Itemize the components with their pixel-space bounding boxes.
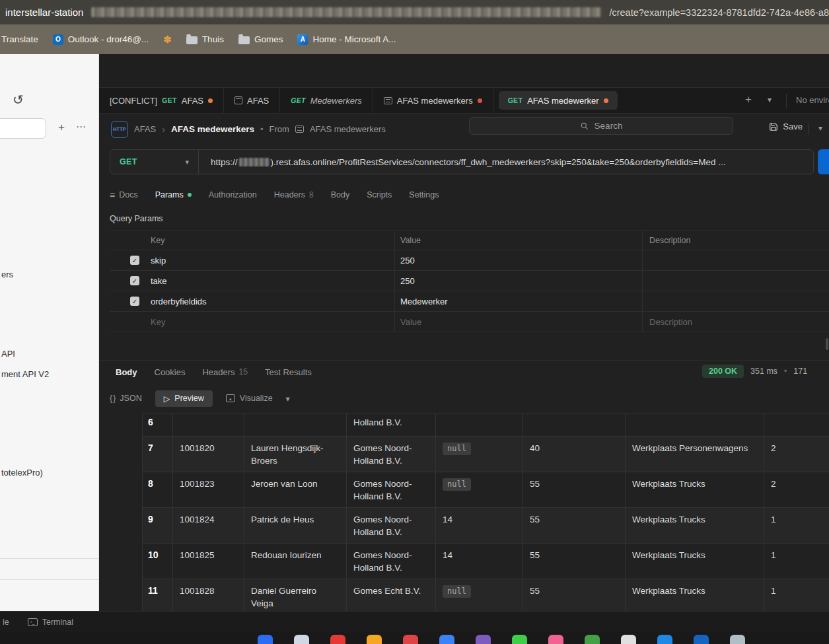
- bookmark-translate[interactable]: Translate: [1, 34, 38, 44]
- param-checkbox[interactable]: ✓: [130, 297, 139, 306]
- add-icon[interactable]: +: [58, 121, 65, 134]
- dock-app-icon[interactable]: [403, 635, 418, 644]
- tab-params[interactable]: Params: [155, 190, 192, 199]
- method-dropdown[interactable]: GET ▾: [110, 150, 199, 174]
- param-checkbox[interactable]: ✓: [130, 276, 139, 285]
- address-bar-url-tail[interactable]: /create?example=3322324-8781dfd2-742a-4e…: [609, 7, 829, 18]
- request-title[interactable]: AFAS medewerkers: [171, 124, 254, 134]
- breadcrumb-collection[interactable]: AFAS: [134, 124, 156, 134]
- dock-app-icon[interactable]: [512, 635, 527, 644]
- terminal-button[interactable]: ›_ Terminal: [28, 618, 73, 627]
- save-button[interactable]: Save: [769, 122, 803, 131]
- bookmark-outlook[interactable]: O Outlook - dror46@...: [53, 34, 149, 45]
- folder-icon: [186, 36, 198, 44]
- new-tab-button[interactable]: +: [745, 93, 752, 106]
- bookmark-flower[interactable]: ✽: [163, 34, 172, 46]
- dock: [0, 632, 829, 644]
- view-json-button[interactable]: { } JSON: [110, 394, 142, 403]
- response-tab-test-results[interactable]: Test Results: [265, 367, 312, 377]
- from-source[interactable]: AFAS medewerkers: [310, 124, 386, 134]
- param-description-cell[interactable]: Description: [642, 312, 829, 332]
- tab-medewerkers-preview[interactable]: GET Medewerkers: [280, 88, 373, 113]
- dock-app-icon[interactable]: [367, 635, 382, 644]
- response-tab-body[interactable]: Body: [116, 367, 137, 377]
- response-preview-table[interactable]: 6 Holland B.V. 7 1001820 Lauren Hengsdij…: [142, 413, 829, 611]
- bookmark-home-microsoft[interactable]: A Home - Microsoft A...: [297, 34, 396, 45]
- tab-settings[interactable]: Settings: [409, 190, 439, 199]
- param-description-cell[interactable]: [642, 271, 829, 291]
- param-key-cell[interactable]: ✓ take: [110, 271, 394, 291]
- sidebar-item-partial[interactable]: ment API V2: [1, 369, 49, 379]
- param-description-cell[interactable]: [642, 291, 829, 311]
- dock-app-icon[interactable]: [548, 635, 563, 644]
- history-icon[interactable]: ↺: [13, 92, 24, 108]
- param-key-cell[interactable]: ✓ orderbyfieldids: [110, 291, 394, 311]
- dock-app-icon[interactable]: [258, 635, 273, 644]
- tab-label: AFAS: [182, 96, 203, 106]
- json-braces-icon: { }: [110, 394, 115, 403]
- tab-label: Headers: [202, 367, 234, 377]
- dock-app-icon[interactable]: [476, 635, 491, 644]
- separator-dot: •: [784, 367, 787, 376]
- view-preview-button[interactable]: ▷ Preview: [155, 390, 213, 407]
- param-value-cell[interactable]: Medewerker: [394, 291, 642, 311]
- cell-count: [764, 413, 829, 436]
- bookmark-label: Home - Microsoft A...: [312, 34, 396, 44]
- tab-afas-medewerkers-mock[interactable]: AFAS medewerkers: [373, 88, 493, 113]
- tab-authorization[interactable]: Authorization: [209, 190, 257, 199]
- more-options-icon[interactable]: ⋯: [76, 121, 87, 133]
- cell-count: 1: [764, 579, 829, 611]
- sidebar-item-partial[interactable]: ers: [1, 269, 13, 279]
- response-size-partial: 171: [793, 367, 807, 376]
- dock-app-icon[interactable]: [621, 635, 636, 644]
- dock-app-icon[interactable]: [294, 635, 309, 644]
- tab-scripts[interactable]: Scripts: [367, 190, 392, 199]
- view-visualize-button[interactable]: ▲ Visualize: [226, 394, 273, 403]
- send-button[interactable]: [818, 149, 829, 174]
- dock-app-icon[interactable]: [439, 635, 454, 644]
- url-prefix: https://: [211, 157, 238, 167]
- dock-app-icon[interactable]: [694, 635, 709, 644]
- save-label: Save: [783, 122, 803, 131]
- column-key: Key: [110, 231, 394, 250]
- sidebar-item-partial[interactable]: totelexPro): [1, 468, 43, 478]
- tab-headers[interactable]: Headers 8: [274, 190, 314, 199]
- dock-app-icon[interactable]: [330, 635, 345, 644]
- console-label-partial[interactable]: le: [3, 618, 9, 627]
- param-value-cell[interactable]: Value: [394, 312, 642, 332]
- cell-row-number: 10: [143, 544, 172, 579]
- response-tab-headers[interactable]: Headers 15: [202, 367, 248, 377]
- response-tabs: Body Cookies Headers 15 Test Results 200…: [99, 360, 829, 383]
- param-value-cell[interactable]: 250: [394, 250, 642, 270]
- dock-app-icon[interactable]: [657, 635, 672, 644]
- scrollbar-thumb[interactable]: [826, 338, 828, 350]
- table-row: 10 1001825 Redouan Iourizen Gomes Noord-…: [143, 544, 829, 579]
- tab-afas-medewerker-active[interactable]: GET AFAS medewerker: [499, 91, 618, 110]
- bookmark-folder-thuis[interactable]: Thuis: [186, 34, 224, 44]
- tab-list-chevron-icon[interactable]: ▾: [768, 95, 772, 104]
- view-options-chevron-icon[interactable]: ▾: [286, 394, 290, 404]
- tab-collection-afas[interactable]: AFAS: [224, 88, 280, 113]
- tab-conflict-afas[interactable]: [CONFLICT] GET AFAS: [99, 88, 224, 113]
- param-value-cell[interactable]: 250: [394, 271, 642, 291]
- tab-docs[interactable]: ≡ Docs: [110, 190, 138, 199]
- environment-selector[interactable]: No environment: [796, 95, 829, 105]
- url-input[interactable]: https://).rest.afas.online/ProfitRestSer…: [199, 157, 813, 167]
- save-options-chevron-icon[interactable]: ▾: [818, 124, 822, 133]
- sidebar-item-partial[interactable]: API: [1, 349, 15, 359]
- dock-app-icon[interactable]: [585, 635, 600, 644]
- param-description-cell[interactable]: [642, 250, 829, 270]
- play-icon: ▷: [164, 394, 170, 404]
- param-key-cell[interactable]: ✓ skip: [110, 250, 394, 270]
- url-bar: GET ▾ https://).rest.afas.online/ProfitR…: [110, 149, 814, 174]
- bookmark-folder-gomes[interactable]: Gomes: [238, 34, 283, 44]
- cell-value: 55: [523, 579, 625, 611]
- param-row: ✓ take 250: [110, 271, 829, 291]
- param-checkbox[interactable]: ✓: [130, 256, 139, 265]
- dock-app-icon[interactable]: [730, 635, 745, 644]
- response-tab-cookies[interactable]: Cookies: [155, 367, 186, 377]
- sidebar-search-input[interactable]: [0, 118, 46, 139]
- tab-body[interactable]: Body: [331, 190, 350, 199]
- param-key-cell[interactable]: Key: [110, 312, 394, 332]
- cell-value: [435, 413, 523, 436]
